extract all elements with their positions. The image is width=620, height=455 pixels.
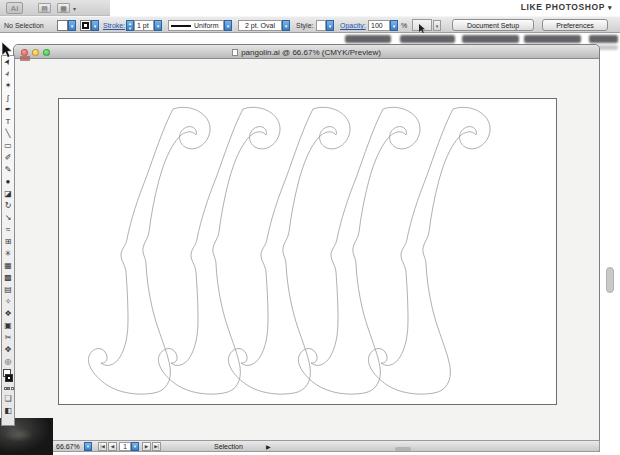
type-tool[interactable]: T [2, 116, 14, 128]
bridge-icon[interactable]: ▤ [38, 3, 51, 13]
hand-tool[interactable]: ✥ [2, 344, 14, 356]
magic-wand-tool[interactable]: ✶ [2, 80, 14, 92]
window-title-bar[interactable]: pangolin.ai @ 66.67% (CMYK/Preview) [14, 45, 599, 59]
rectangle-tool[interactable]: ▭ [2, 140, 14, 152]
column-graph-tool[interactable]: ▦ [2, 260, 14, 272]
video-artifact [20, 56, 30, 61]
pen-tool[interactable]: ✒ [2, 104, 14, 116]
like-photoshop-label: LIKE PHOTOSHOP [521, 2, 605, 12]
blurred-text-artifact [400, 35, 455, 43]
brush-definition-dropdown[interactable]: ▾ [282, 20, 290, 31]
arrange-documents-icon[interactable]: ▦ [57, 3, 70, 13]
free-transform-tool[interactable]: ⊞ [2, 236, 14, 248]
eyedropper-tool[interactable]: ✧ [2, 296, 14, 308]
status-bar: 66.67% ▾ |◀ ◀ 1 ▾ ▶ ▶| Selection ▶ [13, 440, 600, 452]
application-bar: Ai ▤ ▦ ▾ LIKE PHOTOSHOP ▾ [0, 0, 620, 16]
last-artboard-button[interactable]: ▶| [152, 442, 161, 451]
lasso-tool[interactable]: ʃ [2, 92, 14, 104]
blurred-text-artifact [589, 35, 618, 43]
artboard-number-dropdown[interactable]: ▾ [131, 442, 139, 451]
status-menu-arrow-icon[interactable]: ▶ [266, 443, 271, 450]
symbol-sprayer-tool[interactable]: ✳ [2, 248, 14, 260]
pasteboard[interactable] [14, 59, 599, 441]
none-mode-icon[interactable] [11, 387, 14, 390]
style-label: Style: [296, 22, 314, 29]
arrange-documents-caret-icon[interactable]: ▾ [73, 5, 76, 12]
like-photoshop-menu[interactable]: LIKE PHOTOSHOP ▾ [521, 2, 612, 12]
f-hole-shape-5[interactable] [368, 107, 490, 394]
first-artboard-button[interactable]: |◀ [98, 442, 107, 451]
document-window: pangolin.ai @ 66.67% (CMYK/Preview) [13, 44, 600, 452]
stroke-swatch[interactable] [5, 374, 13, 382]
control-panel: No Selection ▾ ▾ Stroke: ▲ ▼ 1 pt ▾ Unif… [0, 16, 620, 33]
opacity-field[interactable]: 100 [368, 20, 390, 31]
stroke-color-dropdown[interactable]: ▾ [91, 20, 99, 31]
blurred-text-artifact [345, 35, 391, 43]
pencil-tool[interactable]: ✎ [2, 164, 14, 176]
blob-brush-tool[interactable]: ● [2, 176, 14, 188]
gradient-tool[interactable]: ▤ [2, 284, 14, 296]
stepper-down-icon[interactable]: ▼ [127, 26, 133, 31]
brush-definition-field[interactable]: 2 pt. Oval [238, 20, 282, 31]
zoom-level-dropdown[interactable]: ▾ [84, 442, 92, 451]
stroke-panel-link[interactable]: Stroke: [103, 22, 125, 29]
scroll-smudge-artifact [395, 447, 411, 451]
stroke-weight-stepper[interactable]: ▲ ▼ [126, 20, 134, 31]
fill-color-dropdown[interactable]: ▾ [68, 20, 76, 31]
width-profile-label: Uniform [194, 22, 219, 29]
select-similar-dropdown[interactable]: ▾ [433, 20, 441, 31]
eraser-tool[interactable]: ◪ [2, 188, 14, 200]
previous-artboard-button[interactable]: ◀ [108, 442, 117, 451]
tools-panel: ➤ ➢ ✶ ʃ ✒ T ╲ ▭ ✐ ✎ ● ◪ ↻ ↘ ≈ ⊞ ✳ ▦ ▩ ▤ … [1, 55, 15, 426]
warp-tool[interactable]: ≈ [2, 224, 14, 236]
style-dropdown[interactable]: ▾ [326, 20, 334, 31]
stroke-weight-dropdown[interactable]: ▾ [154, 20, 162, 31]
artboard-tool[interactable]: ▣ [2, 320, 14, 332]
variable-width-profile-field[interactable]: Uniform [168, 20, 224, 31]
document-proxy-icon [232, 49, 238, 56]
cursor-arrow-icon [418, 24, 427, 34]
variable-width-dropdown[interactable]: ▾ [224, 20, 232, 31]
artwork-canvas[interactable] [59, 99, 558, 406]
f-hole-shape-group [88, 107, 490, 394]
status-indicator-label[interactable]: Selection [214, 443, 243, 450]
slice-tool[interactable]: ✂ [2, 332, 14, 344]
artboard-number-field[interactable]: 1 [119, 442, 131, 451]
screen-mode-icon[interactable]: ◧ [2, 405, 14, 417]
preferences-button[interactable]: Preferences [542, 19, 608, 31]
paintbrush-tool[interactable]: ✐ [2, 152, 14, 164]
zoom-level-field[interactable]: 66.67% [56, 443, 80, 450]
illustrator-logo: Ai [6, 2, 23, 14]
rotate-tool[interactable]: ↻ [2, 200, 14, 212]
chevron-down-icon: ▾ [608, 4, 612, 11]
line-segment-tool[interactable]: ╲ [2, 128, 14, 140]
page-scrollbar-thumb[interactable] [606, 267, 614, 293]
fill-color-swatch[interactable] [57, 20, 68, 31]
fill-stroke-indicator[interactable] [2, 369, 14, 386]
document-setup-button[interactable]: Document Setup [452, 19, 534, 31]
blend-tool[interactable]: ❖ [2, 308, 14, 320]
style-field[interactable] [316, 20, 326, 31]
opacity-panel-link[interactable]: Opacity: [340, 22, 366, 29]
mouse-cursor-icon [1, 42, 14, 59]
next-artboard-button[interactable]: ▶ [142, 442, 151, 451]
artboard[interactable] [58, 98, 557, 405]
select-similar-widget[interactable] [412, 19, 432, 31]
scale-tool[interactable]: ↘ [2, 212, 14, 224]
window-title-text: pangolin.ai @ 66.67% (CMYK/Preview) [241, 48, 381, 57]
zoom-tool[interactable]: ◎ [2, 356, 14, 368]
percent-label: % [401, 22, 407, 29]
stroke-line-preview [171, 25, 191, 27]
opacity-dropdown[interactable]: ▾ [390, 20, 398, 31]
draw-mode-icon[interactable]: ❏ [2, 393, 14, 405]
stroke-weight-field[interactable]: 1 pt [134, 20, 154, 31]
selection-status-label: No Selection [4, 22, 44, 29]
blurred-text-artifact [462, 35, 519, 43]
blurred-text-artifact [524, 35, 581, 43]
stroke-color-swatch[interactable] [80, 20, 91, 31]
mesh-tool[interactable]: ▩ [2, 272, 14, 284]
window-title: pangolin.ai @ 66.67% (CMYK/Preview) [14, 48, 599, 57]
